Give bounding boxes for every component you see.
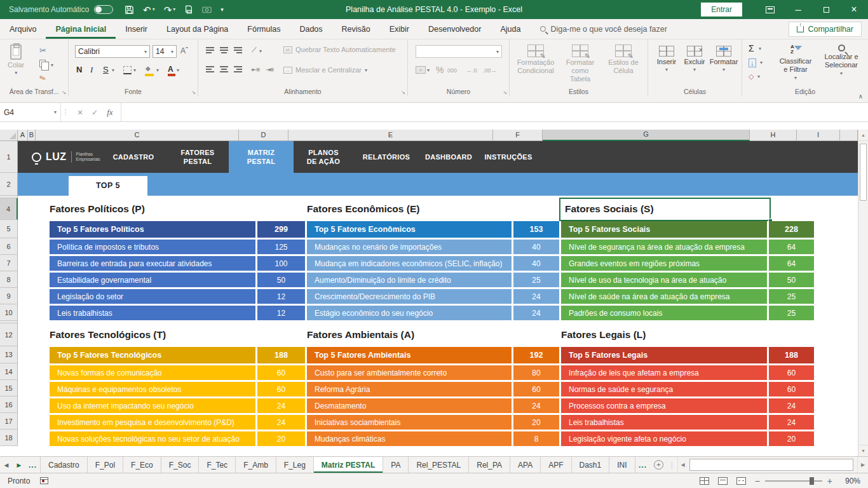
- column-header-A[interactable]: A: [18, 130, 28, 141]
- sheet-tab-f-eco[interactable]: F_Eco: [123, 457, 161, 473]
- name-box[interactable]: G4▾: [0, 103, 61, 121]
- factor-label[interactable]: Legislação do setor: [50, 289, 255, 304]
- factor-total-value[interactable]: 153: [513, 221, 559, 238]
- sheet-overflow-left[interactable]: ...: [25, 457, 41, 473]
- top5-filter-tab[interactable]: TOP 5: [69, 176, 147, 196]
- factor-label[interactable]: Barreiras de entrada para executar ativi…: [50, 256, 255, 271]
- close-icon[interactable]: ×: [840, 0, 868, 19]
- factor-value[interactable]: 24: [257, 398, 305, 413]
- factor-value[interactable]: 24: [513, 289, 559, 304]
- add-sheet-button[interactable]: +: [651, 457, 667, 473]
- ribbon-tab-dados[interactable]: Dados: [290, 19, 332, 39]
- hscroll-track[interactable]: [688, 457, 857, 473]
- ribbon-tab-revis-o[interactable]: Revisão: [332, 19, 380, 39]
- row-header-14[interactable]: 14: [0, 363, 18, 380]
- cancel-entry-icon[interactable]: ×: [78, 107, 83, 118]
- undo-dropdown-icon[interactable]: ▾: [153, 7, 155, 12]
- bottom-align-icon[interactable]: [234, 47, 242, 53]
- nav-item-instru-es[interactable]: INSTRUÇÕES: [478, 141, 539, 173]
- sign-in-button[interactable]: Entrar: [701, 3, 742, 17]
- sheet-tab-rel-pestal[interactable]: Rel_PESTAL: [409, 457, 469, 473]
- tell-me-search[interactable]: Diga-me o que você deseja fazer: [540, 19, 667, 39]
- factor-value[interactable]: 24: [513, 398, 559, 413]
- sheet-overflow-right[interactable]: ...: [635, 457, 651, 473]
- sheet-tab-f-leg[interactable]: F_Leg: [276, 457, 314, 473]
- underline-dropdown-icon[interactable]: ▾: [112, 67, 114, 73]
- row-header-10[interactable]: 10: [0, 304, 18, 321]
- accounting-format-icon[interactable]: ¤: [416, 66, 426, 74]
- factor-label[interactable]: Iniciativas sociambientais: [307, 415, 512, 430]
- section-heading-politicos[interactable]: Fatores Políticos (P): [50, 201, 145, 217]
- insert-function-icon[interactable]: fx: [107, 107, 112, 118]
- underline-icon[interactable]: S: [103, 65, 109, 74]
- factor-value[interactable]: 50: [257, 273, 305, 287]
- row-header-2[interactable]: 2: [0, 173, 18, 196]
- zoom-slider[interactable]: [765, 480, 822, 482]
- factor-label[interactable]: Normas de saúde e segurança: [561, 382, 767, 396]
- factor-value[interactable]: 60: [769, 365, 814, 380]
- sheet-tab-ini[interactable]: INI: [609, 457, 635, 473]
- factor-label[interactable]: Grandes eventos em regiões próximas: [561, 256, 767, 271]
- vertical-scrollbar[interactable]: ▲ ▼: [858, 130, 868, 456]
- formula-input[interactable]: [121, 103, 868, 121]
- ribbon-tab-p-gina-inicial[interactable]: Página Inicial: [46, 19, 116, 39]
- ribbon-tab-f-rmulas[interactable]: Fórmulas: [238, 19, 290, 39]
- decrease-decimal-icon[interactable]: .00→: [483, 67, 497, 74]
- autosum-icon[interactable]: Σ: [749, 43, 754, 53]
- factor-label[interactable]: Desmatamento: [307, 398, 512, 413]
- column-header-I[interactable]: I: [797, 130, 840, 141]
- scroll-down-icon[interactable]: ▼: [858, 445, 868, 456]
- row-header-17[interactable]: 17: [0, 413, 18, 430]
- sheet-tab-apa[interactable]: APA: [510, 457, 541, 473]
- zoom-slider-thumb[interactable]: [810, 477, 814, 485]
- hscroll-thumb[interactable]: [689, 459, 853, 471]
- increase-indent-icon[interactable]: ⇥≡: [266, 66, 273, 73]
- format-as-table-button[interactable]: Formatar como Tabela: [558, 44, 602, 83]
- copy-dropdown-icon[interactable]: ▾: [51, 62, 53, 68]
- row-header-13[interactable]: 13: [0, 346, 18, 363]
- restore-icon[interactable]: [812, 0, 840, 19]
- factor-value[interactable]: 64: [769, 240, 814, 254]
- factor-label[interactable]: Mudança em indicadores econômicos (SELIC…: [307, 256, 512, 271]
- factor-header-label[interactable]: Top 5 Fatores Legais: [561, 347, 767, 363]
- minimize-icon[interactable]: ─: [784, 0, 812, 19]
- section-heading-legais[interactable]: Fatores Legais (L): [561, 327, 646, 343]
- factor-label[interactable]: Leis trabalhistas: [50, 306, 255, 320]
- factor-value[interactable]: 64: [769, 256, 814, 271]
- macro-record-icon[interactable]: [40, 477, 48, 484]
- factor-total-value[interactable]: 299: [257, 221, 305, 238]
- column-header-B[interactable]: B: [28, 130, 36, 141]
- factor-value[interactable]: 24: [257, 415, 305, 430]
- factor-value[interactable]: 40: [513, 240, 559, 254]
- factor-label[interactable]: Mudanças no cenário de importações: [307, 240, 512, 254]
- sheet-tab-apf[interactable]: APF: [541, 457, 571, 473]
- row-header-12[interactable]: 12: [0, 323, 18, 346]
- nav-item-matriz-pestal[interactable]: MATRIZ PESTAL: [229, 141, 294, 173]
- row-header-1[interactable]: 1: [0, 141, 18, 173]
- factor-value[interactable]: 25: [769, 306, 814, 320]
- accounting-dropdown-icon[interactable]: ▾: [427, 67, 430, 73]
- factor-label[interactable]: Uso da internet impactando seu negócio: [50, 398, 255, 413]
- sheet-tab-dash1[interactable]: Dash1: [572, 457, 610, 473]
- row-header-9[interactable]: 9: [0, 288, 18, 304]
- sheet-tab-f-amb[interactable]: F_Amb: [236, 457, 276, 473]
- factor-value[interactable]: 24: [513, 306, 559, 320]
- sheet-tab-rel-pa[interactable]: Rel_PA: [469, 457, 510, 473]
- factor-label[interactable]: Estágio econômico do seu negócio: [307, 306, 512, 320]
- fill-color-dropdown-icon[interactable]: ▾: [156, 67, 159, 73]
- find-select-button[interactable]: Localizar e Selecionar▾: [820, 44, 863, 76]
- factor-value[interactable]: 24: [769, 398, 814, 413]
- ribbon-tab-exibir[interactable]: Exibir: [380, 19, 419, 39]
- sort-filter-button[interactable]: AZ Classificar e Filtrar▾: [775, 44, 816, 81]
- comma-style-icon[interactable]: 000: [447, 67, 457, 74]
- factor-value[interactable]: 25: [769, 289, 814, 304]
- ribbon-tab-arquivo[interactable]: Arquivo: [0, 19, 46, 39]
- factor-total-value[interactable]: 188: [769, 347, 814, 363]
- redo-dropdown-icon[interactable]: ▾: [173, 7, 175, 12]
- section-heading-sociais[interactable]: Fatores Sociais (S): [565, 201, 654, 217]
- percent-style-icon[interactable]: %: [436, 65, 444, 75]
- factor-total-value[interactable]: 228: [769, 221, 814, 238]
- clear-icon[interactable]: ◇: [749, 72, 754, 81]
- font-dialog-launcher-icon[interactable]: ↘: [191, 90, 196, 95]
- ribbon-tab-inserir[interactable]: Inserir: [116, 19, 157, 39]
